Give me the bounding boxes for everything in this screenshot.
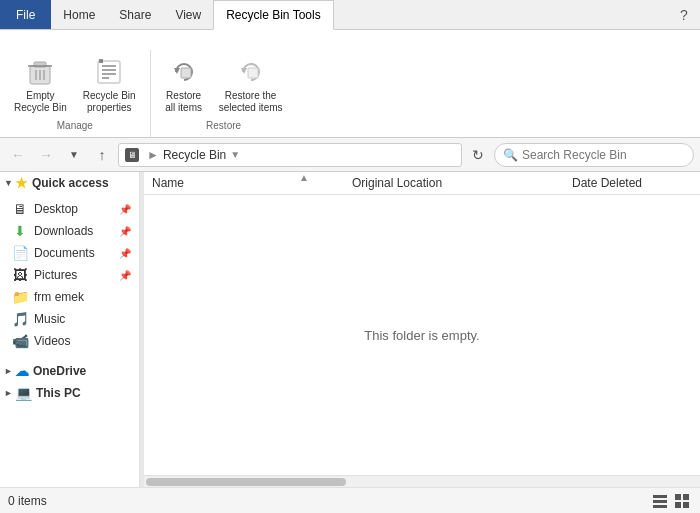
- empty-recycle-bin-button[interactable]: EmptyRecycle Bin: [8, 54, 73, 116]
- scrollbar-thumb[interactable]: [146, 478, 346, 486]
- onedrive-label: OneDrive: [33, 364, 86, 378]
- pictures-label: Pictures: [34, 268, 77, 282]
- this-pc-label: This PC: [36, 386, 81, 400]
- restore-selected-items-label: Restore theselected items: [219, 90, 283, 114]
- sidebar-item-desktop[interactable]: 🖥 Desktop 📌: [0, 198, 139, 220]
- restore-all-items-icon: [168, 56, 200, 88]
- quick-access-label: Quick access: [32, 176, 109, 190]
- details-view-icon: [652, 493, 668, 509]
- sidebar-item-pictures[interactable]: 🖼 Pictures 📌: [0, 264, 139, 286]
- recycle-bin-properties-label: Recycle Binproperties: [83, 90, 136, 114]
- music-icon: 🎵: [12, 311, 28, 327]
- path-arrow: ►: [147, 148, 159, 162]
- column-date-deleted[interactable]: Date Deleted: [572, 176, 692, 190]
- sidebar-item-downloads[interactable]: ⬇ Downloads 📌: [0, 220, 139, 242]
- recent-locations-button[interactable]: ▼: [62, 143, 86, 167]
- svg-rect-19: [675, 494, 681, 500]
- quick-access-items: 🖥 Desktop 📌 ⬇ Downloads 📌 📄 Documents 📌 …: [0, 194, 139, 356]
- sidebar-item-frm-emek[interactable]: 📁 frm emek: [0, 286, 139, 308]
- restore-group: Restoreall items Restore theselected ite…: [151, 50, 297, 137]
- address-path[interactable]: 🖥 ► Recycle Bin ▼: [118, 143, 462, 167]
- onedrive-section[interactable]: ► ☁ OneDrive: [0, 360, 139, 382]
- svg-rect-17: [653, 500, 667, 503]
- sidebar-item-music[interactable]: 🎵 Music: [0, 308, 139, 330]
- help-button[interactable]: ?: [672, 3, 696, 27]
- path-recycle-bin-label: Recycle Bin: [163, 148, 226, 162]
- column-name[interactable]: Name: [152, 176, 352, 190]
- home-tab[interactable]: Home: [51, 0, 107, 29]
- svg-rect-6: [98, 61, 120, 83]
- restore-all-items-label: Restoreall items: [165, 90, 202, 114]
- search-input[interactable]: [522, 148, 685, 162]
- restore-all-items-button[interactable]: Restoreall items: [159, 54, 209, 116]
- item-count-label: 0 items: [8, 494, 47, 508]
- sort-arrow-icon: ▲: [299, 172, 309, 183]
- music-label: Music: [34, 312, 65, 326]
- search-box[interactable]: 🔍: [494, 143, 694, 167]
- address-bar: ← → ▼ ↑ 🖥 ► Recycle Bin ▼ ↻ 🔍: [0, 138, 700, 172]
- empty-folder-message: This folder is empty.: [144, 195, 700, 475]
- pictures-pin-icon: 📌: [119, 270, 131, 281]
- documents-pin-icon: 📌: [119, 248, 131, 259]
- frm-emek-icon: 📁: [12, 289, 28, 305]
- quick-access-star-icon: ★: [15, 175, 28, 191]
- sidebar-item-documents[interactable]: 📄 Documents 📌: [0, 242, 139, 264]
- svg-rect-11: [99, 59, 103, 63]
- large-icons-view-button[interactable]: [672, 491, 692, 511]
- share-tab[interactable]: Share: [107, 0, 163, 29]
- view-toggle-group: [650, 491, 692, 511]
- recycle-bin-properties-icon: [93, 56, 125, 88]
- column-headers: ▲ Name Original Location Date Deleted: [144, 172, 700, 195]
- path-dropdown-chevron: ▼: [230, 149, 240, 160]
- column-original-location[interactable]: Original Location: [352, 176, 572, 190]
- path-computer-icon: 🖥: [125, 148, 139, 162]
- file-tab[interactable]: File: [0, 0, 51, 29]
- this-pc-section[interactable]: ► 💻 This PC: [0, 382, 139, 404]
- videos-icon: 📹: [12, 333, 28, 349]
- svg-marker-14: [241, 68, 247, 74]
- svg-rect-22: [683, 502, 689, 508]
- desktop-pin-icon: 📌: [119, 204, 131, 215]
- forward-button[interactable]: →: [34, 143, 58, 167]
- downloads-label: Downloads: [34, 224, 93, 238]
- restore-group-label: Restore: [206, 118, 241, 133]
- svg-rect-21: [675, 502, 681, 508]
- this-pc-icon: 💻: [15, 385, 32, 401]
- back-button[interactable]: ←: [6, 143, 30, 167]
- svg-marker-12: [174, 68, 180, 74]
- horizontal-scrollbar[interactable]: [144, 475, 700, 487]
- svg-rect-13: [181, 68, 191, 78]
- status-bar: 0 items: [0, 487, 700, 513]
- documents-icon: 📄: [12, 245, 28, 261]
- svg-rect-15: [248, 68, 258, 78]
- svg-rect-20: [683, 494, 689, 500]
- sidebar-item-videos[interactable]: 📹 Videos: [0, 330, 139, 352]
- frm-emek-label: frm emek: [34, 290, 84, 304]
- desktop-icon: 🖥: [12, 201, 28, 217]
- desktop-label: Desktop: [34, 202, 78, 216]
- search-icon: 🔍: [503, 148, 518, 162]
- quick-access-section[interactable]: ▼ ★ Quick access: [0, 172, 139, 194]
- up-button[interactable]: ↑: [90, 143, 114, 167]
- recycle-bin-properties-button[interactable]: Recycle Binproperties: [77, 54, 142, 116]
- content-area: ▲ Name Original Location Date Deleted Th…: [144, 172, 700, 487]
- svg-rect-16: [653, 495, 667, 498]
- restore-selected-items-icon: [235, 56, 267, 88]
- this-pc-chevron: ►: [4, 388, 13, 398]
- view-tab[interactable]: View: [163, 0, 213, 29]
- recycle-bin-tools-tab[interactable]: Recycle Bin Tools: [213, 0, 334, 30]
- large-icons-view-icon: [674, 493, 690, 509]
- videos-label: Videos: [34, 334, 70, 348]
- manage-group-label: Manage: [57, 118, 93, 133]
- onedrive-chevron: ►: [4, 366, 13, 376]
- pictures-icon: 🖼: [12, 267, 28, 283]
- empty-recycle-bin-label: EmptyRecycle Bin: [14, 90, 67, 114]
- downloads-pin-icon: 📌: [119, 226, 131, 237]
- empty-recycle-bin-icon: [24, 56, 56, 88]
- restore-selected-items-button[interactable]: Restore theselected items: [213, 54, 289, 116]
- refresh-button[interactable]: ↻: [466, 143, 490, 167]
- manage-group: EmptyRecycle Bin Recycle Binproperties M…: [0, 50, 151, 137]
- sidebar: ▼ ★ Quick access 🖥 Desktop 📌 ⬇ Downloads…: [0, 172, 140, 487]
- documents-label: Documents: [34, 246, 95, 260]
- details-view-button[interactable]: [650, 491, 670, 511]
